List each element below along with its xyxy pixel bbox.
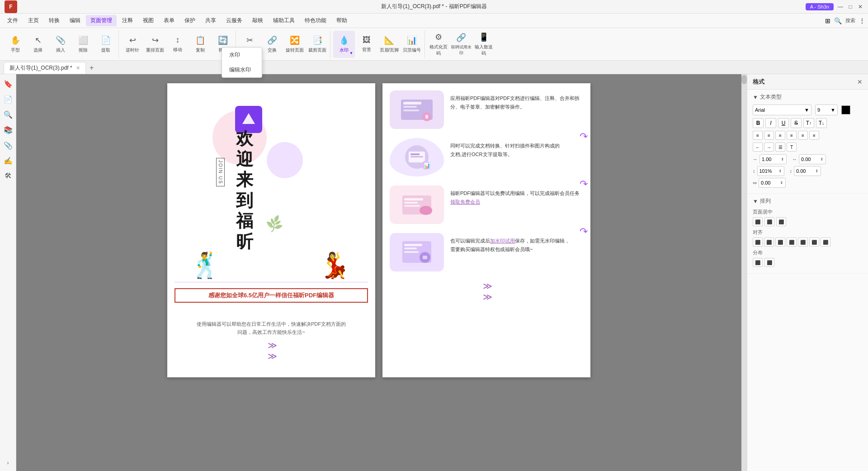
spacing-extra-input[interactable]: 0.00 ⬍	[759, 178, 786, 188]
font-size-selector[interactable]: 9 ▼	[815, 105, 838, 115]
panel-close-button[interactable]: ✕	[857, 78, 863, 86]
crop-button[interactable]: 📑 裁剪页面	[307, 31, 328, 58]
move-button[interactable]: ↕ 移动	[167, 31, 189, 58]
menu-file[interactable]: 文件	[3, 15, 23, 26]
select-tool-button[interactable]: ↖ 选择	[27, 31, 49, 58]
layout-align-center-button[interactable]: ⬛	[764, 238, 774, 247]
rotate-left-button[interactable]: ↩ 逆时针	[122, 31, 143, 58]
menu-shortcut[interactable]: 敲映	[248, 15, 268, 26]
menu-protect[interactable]: 保护	[180, 15, 200, 26]
indent-decrease-button[interactable]: ←	[753, 143, 763, 152]
svg-rect-19	[404, 244, 422, 246]
list-button[interactable]: ☰	[775, 143, 785, 152]
subscript-button[interactable]: T↓	[816, 118, 827, 128]
menu-assist[interactable]: 辅助工具	[269, 15, 299, 26]
input-code-button[interactable]: 📱 输入散送码	[473, 31, 495, 58]
layout-align-top-button[interactable]: ⬛	[787, 238, 797, 247]
more-icon[interactable]: ⋮	[859, 17, 865, 24]
menu-cloud[interactable]: 云服务	[222, 15, 247, 26]
watermark-label: 水印	[340, 47, 349, 53]
bates-button[interactable]: 📊 贝茨编号	[401, 31, 423, 58]
rotate-page-button[interactable]: 🔀 旋转页面	[284, 31, 306, 58]
watermark-button[interactable]: 💧 水印 ▼	[333, 31, 355, 58]
align-justify-button[interactable]: ≡	[787, 131, 797, 140]
watermark-menu-item[interactable]: 水印	[222, 48, 262, 62]
user-button[interactable]: A - Sh3n	[806, 3, 834, 10]
edit-watermark-menu-item[interactable]: 编辑水印	[222, 62, 262, 77]
menu-help[interactable]: 帮助	[332, 15, 352, 26]
maximize-button[interactable]: □	[847, 4, 854, 10]
page-center-h-button[interactable]: ⬛	[753, 217, 763, 226]
extract-button[interactable]: 📄 提取	[95, 31, 117, 58]
layout-icon[interactable]: ⊞	[825, 17, 830, 24]
hand-tool-button[interactable]: ✋ 手型	[5, 31, 26, 58]
menu-annotate[interactable]: 注释	[118, 15, 137, 26]
italic-button[interactable]: I	[765, 118, 776, 128]
tab-close-button[interactable]: ✕	[76, 65, 80, 71]
menu-share[interactable]: 共享	[201, 15, 221, 26]
align-more1-button[interactable]: ≡	[798, 131, 808, 140]
background-button[interactable]: 🖼 背景	[356, 31, 377, 58]
minimize-button[interactable]: —	[837, 4, 844, 10]
layout-align-middle-button[interactable]: ⬛	[798, 238, 808, 247]
layout-align-left-button[interactable]: ⬛	[753, 238, 763, 247]
pdf-area[interactable]: 欢迎来到福昕 JOIN US 🕺 💃 🌿 感谢您如全球6.5亿用户一样信任福昕P…	[16, 74, 741, 471]
trial-watermark-button[interactable]: 🔗 联聘试用水印	[450, 31, 472, 58]
sidebar-signature-icon[interactable]: ✍	[1, 154, 15, 167]
menu-convert[interactable]: 转换	[44, 15, 64, 26]
spacing-top-input[interactable]: 101% ⬍	[757, 166, 784, 176]
menu-special[interactable]: 特色功能	[300, 15, 331, 26]
dist-h-button[interactable]: ⬛	[753, 258, 763, 267]
superscript-button[interactable]: T↑	[803, 118, 814, 128]
menu-edit[interactable]: 编辑	[65, 15, 85, 26]
page-center-v-button[interactable]: ⬛	[764, 217, 774, 226]
rearrange-button[interactable]: ↪ 重排页面	[144, 31, 166, 58]
menu-home[interactable]: 主页	[24, 15, 43, 26]
align-center-button[interactable]: ≡	[764, 131, 774, 140]
spacing-left-input[interactable]: 1.00 ⬍	[760, 154, 787, 164]
swap-button[interactable]: 🔗 交换	[261, 31, 283, 58]
layout-align-extra-button[interactable]: ⬛	[821, 238, 830, 247]
font-selector[interactable]: Arial ▼	[753, 105, 811, 115]
scroll-thumb[interactable]	[741, 75, 747, 84]
page-center-both-button[interactable]: ⬛	[776, 217, 786, 226]
strikethrough-button[interactable]: S	[791, 118, 802, 128]
sidebar-bookmark-icon[interactable]: 🔖	[1, 77, 15, 90]
header-footer-button[interactable]: 📐 页眉/页脚	[378, 31, 400, 58]
copy-button[interactable]: 📋 复制	[189, 31, 211, 58]
format-page-num-button[interactable]: ⚙ 格式化页码	[428, 31, 449, 58]
layout-align-bottom-button[interactable]: ⬛	[809, 238, 819, 247]
align-more2-button[interactable]: ≡	[809, 131, 819, 140]
insert-button[interactable]: 📎 插入	[50, 31, 71, 58]
layout-align-right-button[interactable]: ⬛	[775, 238, 785, 247]
dist-v-button[interactable]: ⬛	[764, 258, 774, 267]
menu-form[interactable]: 表单	[159, 15, 179, 26]
sidebar-page-icon[interactable]: 📄	[1, 92, 15, 106]
sidebar-search-icon[interactable]: 🔍	[1, 108, 15, 121]
sidebar-layers-icon[interactable]: 📚	[1, 123, 15, 137]
align-left-button[interactable]: ≡	[753, 131, 763, 140]
feature-text-3: 福昕PDF编辑器可以免费试用编辑，可以完成福昕会员任务领取免费会员	[450, 186, 583, 206]
member-link[interactable]: 领取免费会员	[450, 199, 480, 205]
sidebar-attachment-icon[interactable]: 📎	[1, 138, 15, 152]
align-right-button[interactable]: ≡	[775, 131, 785, 140]
tab-active[interactable]: 新人引导(1)_OCR(3).pdf * ✕	[4, 62, 86, 74]
text-size-button[interactable]: T	[787, 143, 797, 152]
text-color-picker[interactable]	[841, 105, 850, 114]
vertical-scrollbar[interactable]	[741, 74, 747, 471]
trial-watermark-link[interactable]: 加水印试用	[490, 238, 515, 243]
bold-button[interactable]: B	[753, 118, 764, 128]
rotate-left-label: 逆时针	[126, 47, 139, 53]
indent-increase-button[interactable]: →	[764, 143, 774, 152]
sidebar-tools-icon[interactable]: 🛠	[1, 169, 15, 183]
new-tab-button[interactable]: +	[86, 62, 98, 74]
menu-view[interactable]: 视图	[138, 15, 158, 26]
spacing-right-input[interactable]: 0.00 ⬍	[799, 154, 826, 164]
menu-page-manage[interactable]: 页面管理	[86, 15, 117, 26]
sidebar-expand-icon[interactable]: ›	[5, 459, 12, 466]
delete-button[interactable]: ⬜ 抠除	[72, 31, 94, 58]
underline-button[interactable]: U	[778, 118, 789, 128]
spacing-bottom-input[interactable]: 0.00 ⬍	[794, 166, 821, 176]
close-button[interactable]: ✕	[857, 4, 863, 10]
search-icon[interactable]: 🔍	[834, 17, 842, 24]
